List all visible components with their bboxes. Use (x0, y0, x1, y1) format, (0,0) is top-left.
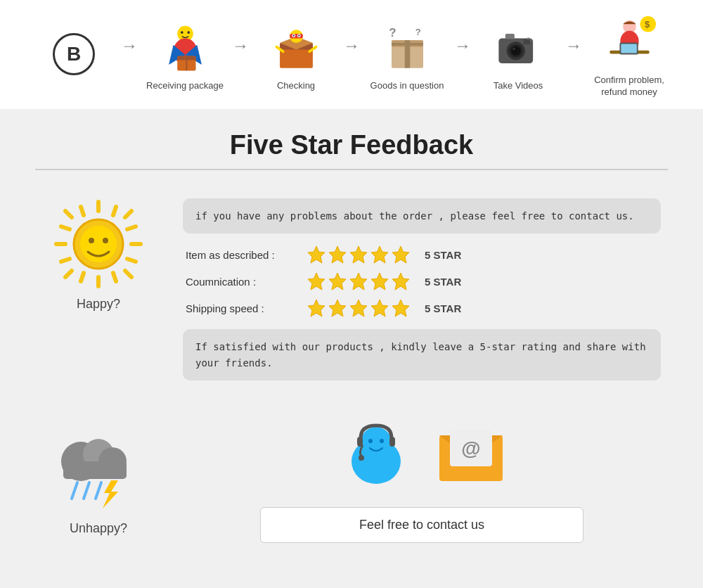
process-step-confirm: $ Confirm problem,refund money (583, 14, 675, 98)
svg-point-90 (359, 455, 364, 461)
feedback-section: Happy? if you have any problems about th… (0, 177, 703, 402)
svg-marker-72 (329, 300, 346, 317)
title-section: Five Star Feedback (0, 109, 703, 177)
contact-button[interactable]: Feel free to contact us (260, 507, 583, 543)
star-count-shipping: 5 STAR (425, 302, 461, 314)
svg-point-87 (380, 439, 384, 443)
process-step-checking: Checking (250, 20, 342, 92)
svg-marker-83 (103, 480, 118, 509)
svg-point-29 (511, 46, 520, 56)
svg-line-49 (61, 226, 70, 229)
process-step-videos: Take Videos (472, 20, 564, 92)
rating-label-communication: Coumnication : (186, 276, 298, 288)
rating-label-shipping: Shipping speed : (186, 302, 298, 314)
svg-marker-61 (308, 246, 325, 263)
svg-line-56 (81, 273, 84, 281)
arrow-icon-3: → (343, 36, 360, 56)
arrow-icon-2: → (232, 36, 249, 56)
svg-text:@: @ (461, 437, 480, 459)
arrow-icon-5: → (565, 36, 582, 56)
step-checking-label: Checking (277, 80, 315, 92)
svg-rect-31 (505, 34, 514, 39)
process-step-receiving: Receiving package (139, 20, 231, 92)
svg-marker-70 (392, 273, 409, 290)
confirm-icon: $ (601, 14, 657, 70)
rain-cloud-icon (49, 423, 148, 514)
step-receiving-label: Receiving package (146, 80, 224, 92)
checking-icon (268, 20, 324, 76)
unhappy-label: Unhappy? (70, 521, 127, 536)
svg-line-52 (113, 273, 116, 281)
b-icon: B (46, 26, 102, 82)
svg-point-17 (298, 35, 299, 37)
process-section: B → Rec (0, 0, 703, 109)
rating-label-described: Item as described : (186, 249, 298, 261)
rating-row-described: Item as described : 5 STAR (186, 245, 658, 264)
svg-text:$: $ (645, 18, 650, 29)
svg-marker-69 (371, 273, 388, 290)
svg-line-80 (72, 482, 77, 499)
svg-point-16 (292, 35, 294, 37)
svg-line-54 (61, 259, 70, 262)
svg-rect-38 (621, 44, 637, 53)
happy-side: Happy? (42, 198, 155, 312)
rating-row-communication: Coumnication : 5 STAR (186, 271, 658, 291)
satisfied-bubble: If satisfied with our products , kindly … (183, 329, 661, 381)
svg-rect-13 (290, 34, 303, 39)
svg-marker-63 (350, 246, 367, 263)
svg-line-50 (127, 259, 136, 262)
svg-line-47 (125, 211, 131, 217)
svg-line-82 (96, 482, 101, 499)
svg-marker-73 (350, 300, 367, 317)
svg-marker-62 (329, 246, 346, 263)
camera-icon (490, 20, 546, 76)
svg-rect-79 (63, 461, 127, 479)
svg-point-86 (368, 439, 373, 443)
svg-line-45 (65, 211, 72, 217)
svg-marker-68 (350, 273, 367, 290)
unhappy-section: Unhappy? (0, 402, 703, 571)
svg-rect-23 (392, 43, 423, 46)
feedback-right: if you have any problems about the order… (183, 198, 661, 381)
svg-point-30 (512, 48, 515, 51)
svg-marker-71 (308, 300, 325, 317)
step-confirm-label: Confirm problem,refund money (594, 75, 664, 98)
page-title: Five Star Feedback (0, 130, 703, 160)
svg-marker-65 (392, 246, 409, 263)
svg-point-7 (180, 31, 183, 34)
sun-icon (53, 198, 144, 290)
svg-marker-67 (329, 273, 346, 290)
process-step-goods: ? ? Goods in question (361, 20, 453, 92)
ratings-area: Item as described : 5 STAR Coumnication … (183, 245, 661, 318)
svg-line-51 (81, 207, 84, 215)
svg-point-60 (103, 238, 108, 243)
rating-row-shipping: Shipping speed : 5 STAR (186, 298, 658, 318)
svg-text:?: ? (415, 27, 420, 37)
step-videos-label: Take Videos (494, 80, 543, 92)
process-step-b: B (28, 26, 120, 87)
svg-marker-75 (392, 300, 409, 317)
unhappy-right: @ Feel free to contact us (183, 416, 661, 543)
goods-icon: ? ? (379, 20, 435, 76)
svg-rect-33 (524, 39, 530, 44)
support-icon (337, 416, 415, 493)
contact-icons: @ (337, 416, 506, 493)
star-count-communication: 5 STAR (425, 276, 461, 288)
stars-shipping (307, 298, 411, 318)
step-goods-label: Goods in question (370, 80, 444, 92)
svg-line-55 (113, 207, 116, 215)
svg-text:?: ? (389, 26, 396, 39)
svg-line-81 (84, 482, 89, 499)
contact-bubble: if you have any problems about the order… (183, 198, 661, 234)
svg-point-85 (361, 427, 392, 458)
title-divider (35, 169, 668, 170)
unhappy-side: Unhappy? (42, 423, 155, 536)
svg-marker-66 (308, 273, 325, 290)
receiving-icon (157, 20, 213, 76)
svg-point-59 (89, 238, 94, 243)
svg-point-8 (187, 31, 190, 34)
star-count-described: 5 STAR (425, 249, 461, 261)
email-icon: @ (436, 423, 506, 486)
stars-communication (307, 271, 411, 291)
svg-line-53 (127, 226, 136, 229)
